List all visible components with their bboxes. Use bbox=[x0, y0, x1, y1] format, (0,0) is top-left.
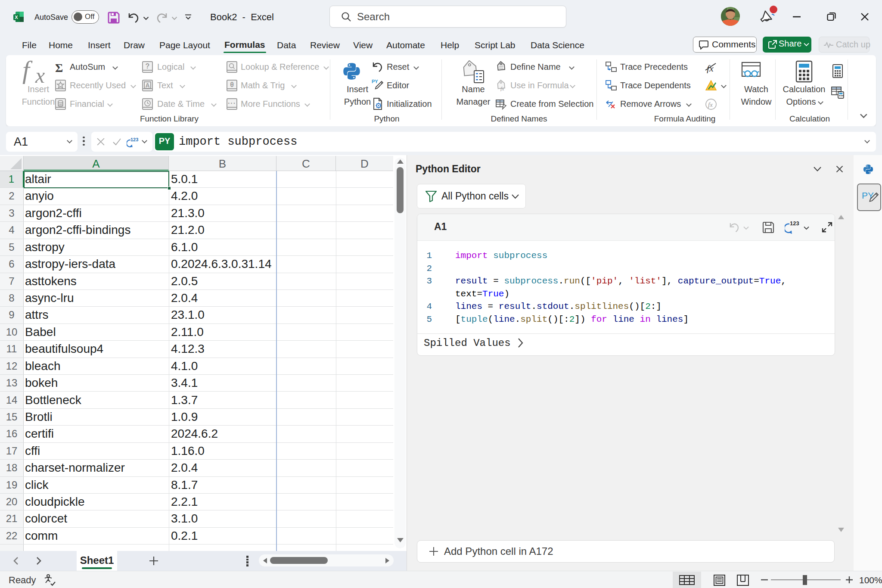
svg-text:X: X bbox=[15, 15, 18, 20]
svg-text:fx: fx bbox=[707, 63, 714, 73]
svg-text:123: 123 bbox=[790, 220, 799, 227]
svg-text:fx: fx bbox=[708, 101, 713, 108]
svg-text:123: 123 bbox=[130, 137, 138, 142]
svg-text:fx: fx bbox=[500, 86, 504, 91]
svg-text:PY: PY bbox=[372, 79, 378, 84]
svg-text:x: x bbox=[35, 63, 45, 86]
svg-text:f: f bbox=[22, 59, 33, 84]
